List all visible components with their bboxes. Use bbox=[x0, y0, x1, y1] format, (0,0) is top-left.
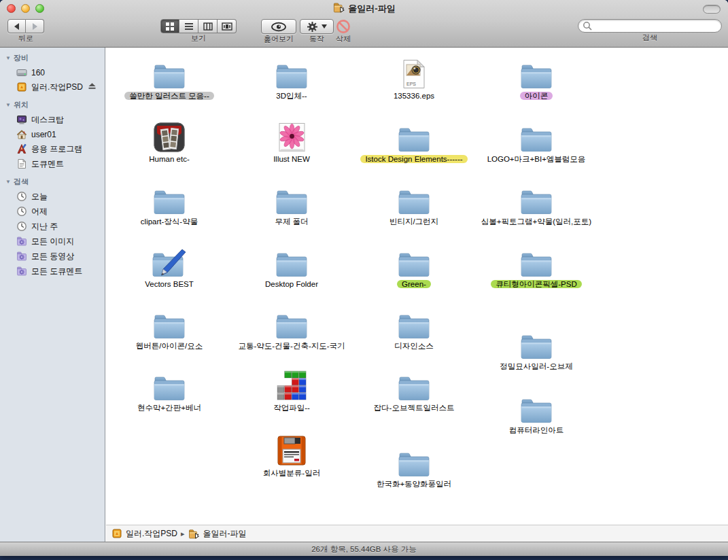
status-bar: 26개 항목, 55.44GB 사용 가능 bbox=[0, 542, 728, 556]
file-label: 쓸만한 일러스트 모음-- bbox=[108, 91, 230, 101]
search-input[interactable] bbox=[595, 21, 717, 31]
disclosure-triangle-icon[interactable]: ▼ bbox=[5, 55, 11, 61]
path-segment-label: 올일러-파일 bbox=[203, 528, 247, 540]
file-label: 무제 폴더 bbox=[230, 217, 353, 226]
folder-icon bbox=[475, 121, 597, 152]
file-item[interactable]: 잡다-오브젝트일러스트 bbox=[353, 370, 475, 413]
file-item[interactable]: 큐티형아이콘픽셀-PSD bbox=[475, 246, 597, 289]
file-item[interactable]: 교통-약도-건물-건축-지도-국기 bbox=[230, 308, 353, 351]
status-text: 26개 항목, 55.44GB 사용 가능 bbox=[311, 544, 417, 555]
sidebar-item[interactable]: 모든 도큐멘트 bbox=[0, 264, 105, 279]
file-label: 3D입체-- bbox=[230, 91, 353, 101]
folder-icon bbox=[475, 58, 597, 89]
file-label: 디자인소스 bbox=[353, 341, 475, 351]
view-as-coverflow-button[interactable] bbox=[218, 19, 237, 33]
applications-icon bbox=[16, 143, 27, 154]
sidebar-item[interactable]: 데스크탑 bbox=[0, 112, 105, 127]
file-label: 회사별분류-일러 bbox=[230, 468, 353, 478]
action-group: 동작 bbox=[300, 19, 334, 43]
sidebar-item[interactable]: 지난 주 bbox=[0, 219, 105, 234]
view-label: 보기 bbox=[191, 35, 206, 42]
quicklook-button[interactable] bbox=[261, 19, 296, 34]
sidebar-item[interactable]: 모든 동영상 bbox=[0, 249, 105, 264]
navigation-group: 뒤로 bbox=[7, 19, 44, 42]
folder-icon bbox=[108, 183, 230, 215]
minimize-button[interactable] bbox=[21, 4, 30, 13]
coverflow-view-icon bbox=[222, 22, 232, 31]
file-item[interactable]: 아이콘 bbox=[475, 58, 597, 101]
sidebar-item-label: 오늘 bbox=[31, 191, 48, 203]
file-label: 현수막+간판+베너 bbox=[108, 403, 230, 413]
file-item[interactable]: LOGO+마크+BI+엠블럼모음 bbox=[475, 121, 597, 164]
sidebar-item[interactable]: 어제 bbox=[0, 204, 105, 219]
path-segment[interactable]: 일러.작업PSD bbox=[111, 528, 177, 540]
toolbar-toggle-button[interactable] bbox=[703, 5, 721, 14]
harddrive-icon bbox=[16, 67, 27, 78]
close-button[interactable] bbox=[7, 4, 16, 13]
file-label: 잡다-오브젝트일러스트 bbox=[353, 403, 475, 413]
file-item[interactable]: 3D입체-- bbox=[230, 58, 353, 101]
file-item[interactable]: Green- bbox=[353, 246, 475, 289]
file-label: 정밀묘사일러-오브제 bbox=[475, 362, 597, 371]
disclosure-triangle-icon[interactable]: ▼ bbox=[5, 179, 11, 185]
sidebar-item[interactable]: 도큐멘트 bbox=[0, 156, 105, 171]
file-item[interactable]: EPS 135336.eps bbox=[353, 58, 475, 101]
window-title: 올일러-파일 bbox=[332, 3, 395, 14]
file-label: 135336.eps bbox=[353, 91, 475, 101]
view-as-list-button[interactable] bbox=[179, 19, 198, 33]
folder-icon bbox=[108, 370, 230, 401]
action-button[interactable] bbox=[300, 19, 334, 34]
sidebar-item[interactable]: 모든 이미지 bbox=[0, 234, 105, 249]
sidebar-item[interactable]: user01 bbox=[0, 127, 105, 141]
clock-icon bbox=[16, 221, 27, 232]
file-item[interactable]: clipart-장식-약물 bbox=[108, 183, 230, 226]
file-item[interactable]: Istock Design Elements------ bbox=[353, 121, 475, 164]
folder-icon bbox=[353, 183, 475, 215]
file-item[interactable]: 컴퓨터라인아트 bbox=[475, 392, 597, 435]
file-item[interactable]: 웹버튼/아이콘/요소 bbox=[108, 308, 230, 351]
sidebar-item-label: user01 bbox=[31, 130, 56, 139]
file-item[interactable]: Vectors BEST bbox=[108, 246, 230, 289]
clock-icon bbox=[16, 191, 27, 202]
file-item[interactable]: Illust NEW bbox=[230, 121, 353, 164]
sidebar-item[interactable]: 오늘 bbox=[0, 189, 105, 204]
sidebar-item[interactable]: 응용 프로그램 bbox=[0, 141, 105, 156]
sidebar-item-label: 모든 이미지 bbox=[31, 236, 74, 247]
file-item[interactable]: 쓸만한 일러스트 모음-- bbox=[108, 58, 230, 101]
folderpen-icon bbox=[108, 246, 230, 277]
sidebar-item-label: 160 bbox=[31, 68, 45, 77]
folder-icon bbox=[475, 246, 597, 277]
smartfolder-icon bbox=[16, 236, 27, 247]
file-item[interactable]: 한국화+동양화풍일러 bbox=[353, 446, 475, 489]
forward-button[interactable] bbox=[26, 19, 44, 33]
folder-icon bbox=[230, 58, 353, 89]
title-folder-icon bbox=[332, 2, 345, 16]
file-item[interactable]: Human etc- bbox=[108, 121, 230, 164]
eject-icon[interactable] bbox=[88, 82, 97, 92]
sidebar-item[interactable]: 160 bbox=[0, 65, 105, 80]
file-item[interactable]: 작업파일-- bbox=[230, 370, 353, 413]
zoom-button[interactable] bbox=[35, 4, 44, 13]
file-item[interactable]: 심볼+픽토그램+약물(일러,포토) bbox=[475, 183, 597, 226]
back-button[interactable] bbox=[7, 19, 26, 33]
file-item[interactable]: 디자인소스 bbox=[353, 308, 475, 351]
prohibition-icon bbox=[336, 19, 351, 34]
file-item[interactable]: 정밀묘사일러-오브제 bbox=[475, 328, 597, 371]
disclosure-triangle-icon[interactable]: ▼ bbox=[5, 102, 11, 108]
view-as-columns-button[interactable] bbox=[198, 19, 218, 33]
delete-button[interactable] bbox=[336, 19, 351, 34]
sidebar-item[interactable]: 일러.작업PSD bbox=[0, 80, 105, 94]
sidebar-section-title: ▼검색 bbox=[0, 171, 105, 189]
file-item[interactable]: Desktop Folder bbox=[230, 246, 353, 289]
search-label: 검색 bbox=[642, 34, 657, 41]
file-item[interactable]: 빈티지/그런지 bbox=[353, 183, 475, 226]
search-group: 검색 bbox=[578, 19, 722, 41]
path-segment[interactable]: 올일러-파일 bbox=[188, 528, 247, 540]
search-field[interactable] bbox=[578, 19, 722, 33]
view-as-icons-button[interactable] bbox=[160, 19, 179, 33]
file-item[interactable]: 현수막+간판+베너 bbox=[108, 370, 230, 413]
file-label: 작업파일-- bbox=[230, 403, 353, 413]
file-item[interactable]: 회사별분류-일러 bbox=[230, 435, 353, 478]
columns-view-icon bbox=[203, 22, 213, 31]
file-item[interactable]: 무제 폴더 bbox=[230, 183, 353, 226]
